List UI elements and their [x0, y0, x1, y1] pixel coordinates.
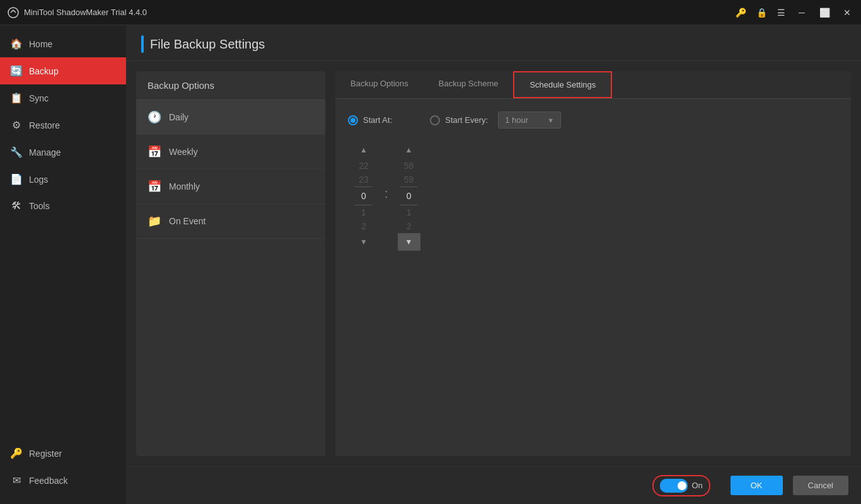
- on-event-icon: 📁: [147, 214, 161, 228]
- minute-59: 59: [404, 173, 414, 186]
- minutes-column: ▲ 58 59 0 1 2 ▼: [393, 141, 425, 251]
- app-body: 🏠 Home 🔄 Backup 📋 Sync ⚙ Restore 🔧 Manag…: [0, 25, 861, 504]
- hour-0: 0: [355, 186, 373, 205]
- sidebar-label-logs: Logs: [29, 175, 48, 185]
- option-daily[interactable]: 🕐 Daily: [136, 100, 325, 135]
- sidebar-label-manage: Manage: [29, 147, 61, 158]
- sidebar: 🏠 Home 🔄 Backup 📋 Sync ⚙ Restore 🔧 Manag…: [0, 25, 126, 504]
- schedule-toggle[interactable]: [660, 479, 688, 493]
- tab-backup-scheme[interactable]: Backup Scheme: [424, 71, 514, 98]
- toggle-wrapper: On: [652, 475, 710, 496]
- weekly-icon: 📅: [147, 145, 161, 159]
- sidebar-label-sync: Sync: [29, 93, 49, 103]
- right-panel: Backup Options Backup Scheme Schedule Se…: [335, 71, 851, 456]
- minutes-down-btn[interactable]: ▼: [398, 233, 420, 251]
- sidebar-item-register[interactable]: 🔑 Register: [0, 440, 126, 467]
- page-header: File Backup Settings: [126, 25, 861, 61]
- header-bar: [141, 35, 144, 53]
- hours-column: ▲ 22 23 0 1 2 ▼: [348, 141, 379, 251]
- tab-bar: Backup Options Backup Scheme Schedule Se…: [335, 71, 851, 99]
- svg-point-0: [8, 8, 18, 18]
- radio-start-at-circle: [348, 115, 358, 125]
- tab-schedule-settings[interactable]: Schedule Settings: [513, 71, 612, 98]
- hour-1: 1: [361, 205, 366, 219]
- toggle-thumb: [678, 481, 686, 490]
- time-picker: ▲ 22 23 0 1 2 ▼ : ▲ 58: [348, 141, 838, 251]
- sidebar-label-feedback: Feedback: [29, 476, 67, 486]
- minute-2: 2: [407, 219, 412, 233]
- hour-dropdown[interactable]: 1 hour ▼: [498, 112, 561, 129]
- content-body: Backup Options 🕐 Daily 📅 Weekly 📅 Monthl…: [126, 61, 861, 466]
- sidebar-bottom: 🔑 Register ✉ Feedback: [0, 440, 126, 504]
- hours-up-btn[interactable]: ▲: [352, 141, 375, 159]
- left-panel: Backup Options 🕐 Daily 📅 Weekly 📅 Monthl…: [136, 71, 325, 456]
- sidebar-item-restore[interactable]: ⚙ Restore: [0, 112, 126, 139]
- sidebar-label-backup: Backup: [29, 66, 59, 76]
- chevron-down-icon: ▼: [547, 117, 554, 124]
- toggle-label: On: [691, 481, 702, 490]
- manage-icon: 🔧: [10, 146, 23, 158]
- lock-icon[interactable]: 🔒: [756, 8, 767, 18]
- register-icon: 🔑: [10, 447, 23, 459]
- option-daily-label: Daily: [169, 112, 188, 122]
- logs-icon: 📄: [10, 173, 23, 185]
- sidebar-label-home: Home: [29, 39, 52, 49]
- minute-1: 1: [407, 205, 412, 219]
- backup-icon: 🔄: [10, 65, 23, 77]
- toggle-track: [660, 479, 688, 493]
- radio-row: Start At: Start Every: 1 hour ▼: [348, 112, 838, 129]
- radio-start-every[interactable]: Start Every: 1 hour ▼: [430, 112, 561, 129]
- page-title: File Backup Settings: [150, 37, 265, 52]
- key-icon[interactable]: 🔑: [736, 8, 746, 18]
- close-btn[interactable]: ✕: [841, 6, 853, 19]
- radio-start-every-circle: [430, 115, 440, 125]
- radio-start-at[interactable]: Start At:: [348, 115, 392, 125]
- minimize-btn[interactable]: ─: [795, 6, 808, 19]
- titlebar-right: 🔑 🔒 ☰ ─ ⬜ ✕: [736, 6, 853, 19]
- tab-backup-options[interactable]: Backup Options: [335, 71, 424, 98]
- option-weekly[interactable]: 📅 Weekly: [136, 135, 325, 169]
- hours-down-btn[interactable]: ▼: [352, 233, 375, 251]
- radio-start-at-label: Start At:: [363, 115, 392, 125]
- hour-dropdown-value: 1 hour: [505, 115, 528, 125]
- option-on-event[interactable]: 📁 On Event: [136, 204, 325, 239]
- option-weekly-label: Weekly: [169, 147, 198, 157]
- time-colon: :: [384, 186, 388, 206]
- app-logo: [8, 7, 19, 18]
- daily-icon: 🕐: [147, 110, 161, 124]
- sidebar-item-feedback[interactable]: ✉ Feedback: [0, 467, 126, 494]
- option-on-event-label: On Event: [169, 216, 205, 226]
- cancel-button[interactable]: Cancel: [793, 476, 848, 495]
- sidebar-label-tools: Tools: [29, 201, 50, 211]
- main-content: File Backup Settings Backup Options 🕐 Da…: [126, 25, 861, 504]
- restore-btn[interactable]: ⬜: [818, 6, 831, 19]
- tools-icon: 🛠: [10, 200, 23, 212]
- sidebar-label-register: Register: [29, 449, 62, 459]
- hour-2: 2: [361, 219, 366, 233]
- sidebar-item-sync[interactable]: 📋 Sync: [0, 84, 126, 112]
- ok-button[interactable]: OK: [731, 476, 783, 495]
- sidebar-item-logs[interactable]: 📄 Logs: [0, 166, 126, 193]
- sidebar-label-restore: Restore: [29, 120, 60, 130]
- restore-icon: ⚙: [10, 119, 23, 131]
- minutes-up-btn[interactable]: ▲: [398, 141, 420, 159]
- minute-58: 58: [404, 159, 414, 173]
- sidebar-item-tools[interactable]: 🛠 Tools: [0, 193, 126, 219]
- option-monthly[interactable]: 📅 Monthly: [136, 169, 325, 204]
- feedback-icon: ✉: [10, 474, 23, 486]
- sidebar-item-manage[interactable]: 🔧 Manage: [0, 139, 126, 166]
- sidebar-item-backup[interactable]: 🔄 Backup: [0, 57, 126, 84]
- sync-icon: 📋: [10, 92, 23, 104]
- minute-0: 0: [400, 186, 418, 205]
- option-monthly-label: Monthly: [169, 181, 200, 192]
- left-panel-header: Backup Options: [136, 71, 325, 100]
- menu-icon[interactable]: ☰: [777, 8, 785, 18]
- schedule-content: Start At: Start Every: 1 hour ▼: [335, 99, 851, 456]
- hour-22: 22: [359, 159, 369, 173]
- hour-23: 23: [359, 173, 369, 186]
- home-icon: 🏠: [10, 38, 23, 50]
- monthly-icon: 📅: [147, 180, 161, 193]
- titlebar-left: MiniTool ShadowMaker Trial 4.4.0: [8, 7, 147, 18]
- sidebar-item-home[interactable]: 🏠 Home: [0, 30, 126, 57]
- app-title: MiniTool ShadowMaker Trial 4.4.0: [24, 8, 147, 17]
